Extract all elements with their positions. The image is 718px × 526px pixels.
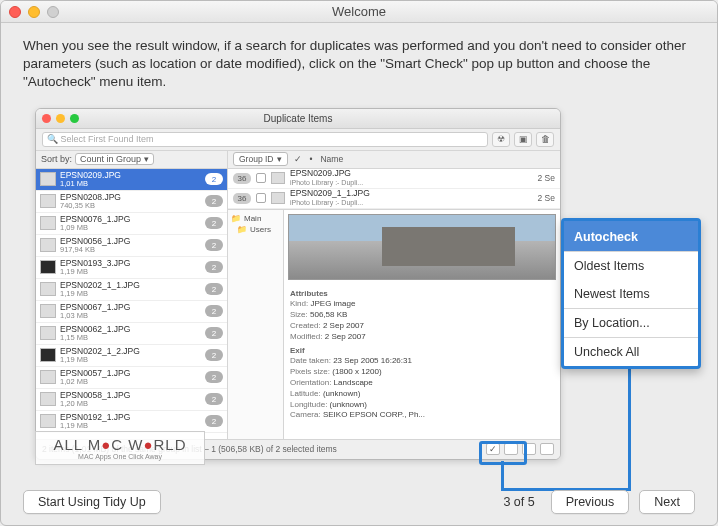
attributes-panel: Attributes Kind: JPEG image Size: 506,58… [284, 284, 560, 424]
list-item: EPSN0192_1.JPG1,19 MB2 [36, 411, 227, 433]
file-list: EPSN0209.JPG1,01 MB2EPSN0208.JPG740,35 K… [36, 169, 227, 439]
radiation-icon: ☢ [492, 132, 510, 147]
view-mode-icon [540, 443, 554, 455]
file-thumb-icon [271, 172, 285, 184]
previous-button[interactable]: Previous [551, 490, 630, 514]
list-item: EPSN0202_1_1.JPG1,19 MB2 [36, 279, 227, 301]
list-item: EPSN0209.JPG1,01 MB2 [36, 169, 227, 191]
checkbox-icon [256, 173, 266, 183]
window-titlebar: Welcome [1, 1, 717, 23]
menu-item-bylocation: By Location... [564, 309, 698, 337]
menu-item-oldest: Oldest Items [564, 252, 698, 280]
callout-connector [628, 368, 631, 491]
trash-icon: 🗑 [536, 132, 554, 147]
table-row: 36EPSN0209_1_1.JPGiPhoto Library :- Dupl… [228, 189, 560, 209]
menu-item-uncheckall: Uncheck All [564, 338, 698, 366]
file-thumb-icon [271, 192, 285, 204]
file-thumb-icon [40, 172, 56, 186]
list-item: EPSN0057_1.JPG1,02 MB2 [36, 367, 227, 389]
file-thumb-icon [40, 260, 56, 274]
file-thumb-icon [40, 370, 56, 384]
list-item: EPSN0193_3.JPG1,19 MB2 [36, 257, 227, 279]
start-using-button[interactable]: Start Using Tidy Up [23, 490, 161, 514]
smartcheck-menu: Autocheck Oldest Items Newest Items By L… [561, 218, 701, 369]
watermark-logo: ALL M●C W●RLD MAC Apps One Click Away [35, 431, 205, 465]
menu-item-newest: Newest Items [564, 280, 698, 308]
screenshot-title: Duplicate Items [36, 113, 560, 124]
list-item: EPSN0076_1.JPG1,09 MB2 [36, 213, 227, 235]
file-thumb-icon [40, 392, 56, 406]
file-thumb-icon [40, 238, 56, 252]
file-thumb-icon [40, 348, 56, 362]
checkbox-icon [256, 193, 266, 203]
table-row: 36EPSN0209.JPGiPhoto Library :- Dupli...… [228, 169, 560, 189]
file-thumb-icon [40, 326, 56, 340]
file-thumb-icon [40, 304, 56, 318]
apple-icon: ● [101, 436, 111, 453]
file-thumb-icon [40, 194, 56, 208]
image-preview [288, 214, 556, 280]
list-item: EPSN0058_1.JPG1,20 MB2 [36, 389, 227, 411]
file-thumb-icon [40, 216, 56, 230]
detail-item-list: 36EPSN0209.JPGiPhoto Library :- Dupli...… [228, 169, 560, 209]
folder-icon: 📁 [231, 214, 241, 223]
sort-dropdown: Count in Group ▾ [75, 153, 154, 165]
embedded-result-window: Duplicate Items 🔍 Select First Found Ite… [35, 108, 561, 460]
folder-icon: 📁 [237, 225, 247, 234]
list-item: EPSN0056_1.JPG917,94 KB2 [36, 235, 227, 257]
file-thumb-icon [40, 282, 56, 296]
footer-bar: Start Using Tidy Up 3 of 5 Previous Next [1, 479, 717, 525]
globe-icon: ● [143, 436, 153, 453]
sort-bar: Sort by: Count in Group ▾ [36, 151, 227, 169]
next-button[interactable]: Next [639, 490, 695, 514]
group-id-button: Group ID▾ [233, 152, 288, 166]
instruction-text: When you see the result window, if a sea… [23, 37, 695, 92]
search-field: 🔍 Select First Found Item [42, 132, 488, 147]
list-item: EPSN0202_1_2.JPG1,19 MB2 [36, 345, 227, 367]
page-indicator: 3 of 5 [503, 495, 534, 509]
list-item: EPSN0208.JPG740,35 KB2 [36, 191, 227, 213]
location-tree: 📁Main 📁Users [228, 210, 284, 439]
list-item: EPSN0067_1.JPG1,03 MB2 [36, 301, 227, 323]
menu-item-autocheck: Autocheck [564, 221, 698, 251]
box-icon: ▣ [514, 132, 532, 147]
file-thumb-icon [40, 414, 56, 428]
list-item: EPSN0062_1.JPG1,15 MB2 [36, 323, 227, 345]
window-title: Welcome [1, 4, 717, 19]
